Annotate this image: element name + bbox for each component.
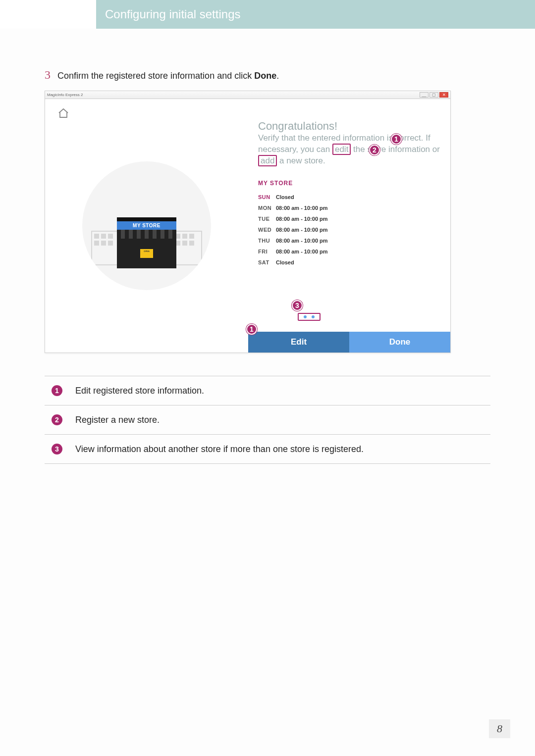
chapter-gap bbox=[0, 0, 96, 29]
hours-row: SUNClosed bbox=[258, 192, 440, 202]
edit-button[interactable]: Edit bbox=[248, 332, 349, 353]
hours-row: SATClosed bbox=[258, 257, 440, 268]
illustration-pane: MY STORE OPEN bbox=[45, 99, 248, 353]
add-inline-link[interactable]: add bbox=[258, 155, 277, 166]
day-label: MON bbox=[258, 202, 276, 213]
hours-row: WED08:00 am - 10:00 pm bbox=[258, 224, 440, 235]
hours-row: THU08:00 am - 10:00 pm bbox=[258, 235, 440, 246]
window-maximize-button[interactable]: ▢ bbox=[429, 92, 438, 98]
done-button[interactable]: Done bbox=[349, 332, 450, 353]
legend-badge: 3 bbox=[52, 444, 62, 454]
step-text-part2: . bbox=[276, 71, 279, 81]
edit-inline-link[interactable]: edit bbox=[332, 144, 351, 155]
store-pager[interactable] bbox=[298, 313, 321, 321]
legend-row: 1 Edit registered store information. bbox=[45, 376, 490, 405]
day-label: WED bbox=[258, 224, 276, 235]
step-instruction: 3 Confirm the registered store informati… bbox=[45, 68, 490, 82]
day-label: FRI bbox=[258, 246, 276, 257]
day-label: THU bbox=[258, 235, 276, 246]
window-title: MagicInfo Express 2 bbox=[47, 93, 419, 97]
day-label: SAT bbox=[258, 257, 276, 268]
hours-value: Closed bbox=[276, 192, 294, 202]
legend-row: 2 Register a new store. bbox=[45, 405, 490, 434]
window-minimize-button[interactable]: __ bbox=[420, 92, 428, 98]
page-number: 8 bbox=[489, 719, 510, 738]
hours-value: 08:00 am - 10:00 pm bbox=[276, 224, 328, 235]
callout-2-inline: 2 bbox=[369, 145, 380, 155]
legend-text: View information about another store if … bbox=[75, 444, 364, 454]
congrats-line2: the store information or bbox=[353, 145, 440, 154]
step-number: 3 bbox=[45, 68, 51, 82]
callout-1-button: 1 bbox=[246, 324, 257, 335]
congrats-heading: Congratulations! bbox=[258, 120, 440, 133]
pager-dot[interactable] bbox=[312, 315, 315, 318]
legend-badge: 1 bbox=[52, 385, 62, 396]
home-icon[interactable] bbox=[56, 106, 71, 121]
day-label: SUN bbox=[258, 192, 276, 202]
legend-row: 3 View information about another store i… bbox=[45, 434, 490, 464]
callout-legend: 1 Edit registered store information. 2 R… bbox=[45, 376, 490, 464]
step-text: Confirm the registered store information… bbox=[57, 71, 279, 81]
action-bar: 1 Edit Done bbox=[248, 332, 450, 353]
open-sign: OPEN bbox=[140, 249, 153, 258]
legend-text: Edit registered store information. bbox=[75, 386, 204, 396]
hours-value: 08:00 am - 10:00 pm bbox=[276, 246, 328, 257]
store-sign: MY STORE bbox=[117, 221, 176, 230]
congrats-paragraph: Verify that the entered information is c… bbox=[258, 133, 440, 167]
hours-table: SUNClosed MON08:00 am - 10:00 pm TUE08:0… bbox=[258, 192, 440, 268]
congrats-line3: a new store. bbox=[279, 156, 325, 165]
screenshot-window: MagicInfo Express 2 __ ▢ ✕ bbox=[45, 91, 451, 353]
hours-row: MON08:00 am - 10:00 pm bbox=[258, 202, 440, 213]
store-heading: My Store bbox=[258, 180, 440, 187]
storefront-graphic: MY STORE OPEN bbox=[117, 217, 176, 268]
chapter-banner: Configuring initial settings bbox=[0, 0, 535, 29]
hours-row: TUE08:00 am - 10:00 pm bbox=[258, 213, 440, 224]
hours-value: 08:00 am - 10:00 pm bbox=[276, 235, 328, 246]
chapter-title: Configuring initial settings bbox=[96, 0, 535, 29]
step-text-bold: Done bbox=[254, 71, 276, 81]
callout-1-inline: 1 bbox=[391, 134, 402, 145]
hours-row: FRI08:00 am - 10:00 pm bbox=[258, 246, 440, 257]
hours-value: 08:00 am - 10:00 pm bbox=[276, 213, 328, 224]
pager-dot[interactable] bbox=[304, 315, 307, 318]
store-illustration: MY STORE OPEN bbox=[82, 161, 211, 290]
legend-text: Register a new store. bbox=[75, 415, 160, 425]
day-label: TUE bbox=[258, 213, 276, 224]
step-text-part1: Confirm the registered store information… bbox=[57, 71, 254, 81]
window-close-button[interactable]: ✕ bbox=[439, 92, 448, 98]
hours-value: Closed bbox=[276, 257, 294, 268]
info-pane: Congratulations! Verify that the entered… bbox=[248, 99, 450, 353]
hours-value: 08:00 am - 10:00 pm bbox=[276, 202, 328, 213]
window-titlebar: MagicInfo Express 2 __ ▢ ✕ bbox=[45, 91, 450, 99]
callout-3: 3 bbox=[292, 300, 303, 311]
legend-badge: 2 bbox=[52, 414, 62, 425]
